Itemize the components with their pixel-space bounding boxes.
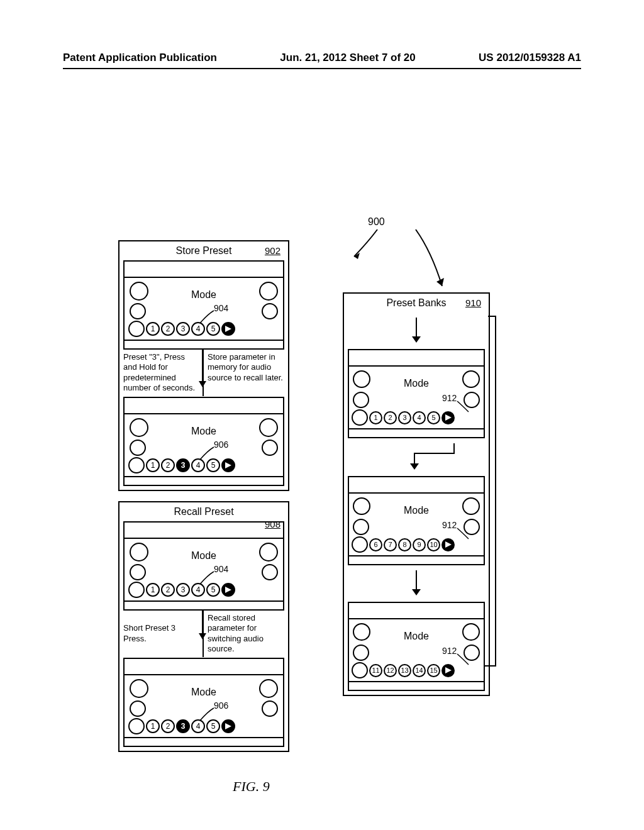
- preset-button[interactable]: 1: [146, 583, 160, 597]
- preset-button[interactable]: 1: [146, 719, 160, 733]
- preset-button[interactable]: 4: [413, 411, 426, 424]
- knob[interactable]: [128, 321, 145, 337]
- preset-button[interactable]: 8: [398, 538, 411, 551]
- ref-902: 902: [265, 245, 280, 256]
- mode-label: Mode: [349, 378, 484, 389]
- header-center: Jun. 21, 2012 Sheet 7 of 20: [280, 52, 415, 64]
- ref-912-c: 912: [442, 646, 457, 656]
- header-right: US 2012/0159328 A1: [479, 52, 581, 64]
- preset-banks-title: Preset Banks: [386, 297, 446, 308]
- preset-button[interactable]: 12: [384, 664, 397, 677]
- preset-button[interactable]: 3: [176, 322, 190, 336]
- preset-button[interactable]: 5: [206, 458, 220, 472]
- mode-label: Mode: [125, 426, 283, 437]
- preset-button[interactable]: 13: [398, 664, 411, 677]
- preset-button[interactable]: 5: [206, 583, 220, 597]
- preset-button[interactable]: 2: [161, 583, 175, 597]
- preset-button[interactable]: 11: [369, 664, 382, 677]
- knob[interactable]: [353, 645, 369, 661]
- next-bank-button[interactable]: [441, 538, 455, 551]
- preset-button[interactable]: 1: [146, 322, 160, 336]
- preset-button[interactable]: 14: [413, 664, 426, 677]
- store-between-left: Preset "3", Press and Hold for predeterm…: [123, 352, 204, 393]
- page-header: Patent Application Publication Jun. 21, …: [0, 52, 644, 73]
- next-bank-button[interactable]: [221, 583, 235, 597]
- header-left: Patent Application Publication: [63, 52, 217, 64]
- preset-button[interactable]: 1: [146, 458, 160, 472]
- preset-button[interactable]: 7: [384, 538, 397, 551]
- leader-arrow-right: [414, 226, 464, 296]
- store-preset-box: Store Preset 902 Mode 904: [118, 240, 289, 491]
- mode-label: Mode: [349, 505, 484, 516]
- next-bank-button[interactable]: [441, 664, 455, 677]
- preset-button[interactable]: 4: [191, 719, 205, 733]
- recall-preset-box: Recall Preset 908 Mode 904: [118, 501, 289, 752]
- preset-button[interactable]: 2: [161, 719, 175, 733]
- ref-910: 910: [465, 297, 481, 308]
- down-arrow-icon: [412, 318, 421, 343]
- ref-904-b: 904: [214, 564, 228, 574]
- knob[interactable]: [353, 519, 369, 535]
- preset-button[interactable]: 6: [369, 538, 382, 551]
- knob[interactable]: [128, 718, 145, 734]
- ref-906-b: 906: [214, 700, 228, 711]
- knob[interactable]: [352, 409, 368, 426]
- preset-button-active[interactable]: 3: [176, 458, 190, 472]
- preset-button[interactable]: 5: [427, 411, 440, 424]
- down-arrow-icon: [412, 570, 421, 595]
- down-arrow-icon: [199, 609, 206, 639]
- preset-button[interactable]: 4: [191, 583, 205, 597]
- preset-button[interactable]: 10: [427, 538, 440, 551]
- recall-preset-title: Recall Preset: [174, 506, 233, 517]
- down-arrow-icon: [199, 348, 206, 387]
- knob[interactable]: [262, 440, 278, 456]
- preset-button[interactable]: 3: [176, 583, 190, 597]
- next-bank-button[interactable]: [221, 458, 235, 472]
- knob[interactable]: [130, 700, 146, 717]
- ref-912-b: 912: [442, 520, 457, 530]
- preset-button[interactable]: 2: [161, 458, 175, 472]
- next-bank-button[interactable]: [221, 322, 235, 336]
- store-between: Preset "3", Press and Hold for predeterm…: [122, 350, 286, 397]
- recall-panel-2: Mode 906 1 2 3 4 5: [123, 658, 284, 747]
- preset-button-active[interactable]: 3: [176, 719, 190, 733]
- mode-label: Mode: [125, 687, 283, 698]
- recall-between: Short Preset 3 Press. Recall stored para…: [122, 611, 286, 658]
- store-panel-1: Mode 904 1 2 3 4 5: [123, 260, 284, 350]
- mode-label: Mode: [125, 550, 283, 562]
- preset-button[interactable]: 2: [384, 411, 397, 424]
- recall-panel-1: Mode 904 1 2 3 4 5: [123, 521, 284, 611]
- ref-904: 904: [214, 303, 228, 313]
- knob[interactable]: [262, 303, 278, 319]
- preset-button[interactable]: 3: [398, 411, 411, 424]
- figure-caption: FIG. 9: [233, 778, 270, 795]
- next-bank-button[interactable]: [221, 719, 235, 733]
- leader-arrow-left: [349, 226, 387, 264]
- preset-button[interactable]: 5: [206, 322, 220, 336]
- knob[interactable]: [128, 582, 145, 598]
- leader-line: [456, 653, 470, 666]
- preset-banks-box: Preset Banks 910: [343, 292, 490, 696]
- knob[interactable]: [352, 536, 368, 553]
- knob[interactable]: [353, 392, 369, 408]
- ref-912-a: 912: [442, 393, 457, 403]
- knob[interactable]: [130, 303, 146, 319]
- knob[interactable]: [128, 457, 145, 473]
- knob[interactable]: [130, 564, 146, 580]
- preset-button[interactable]: 9: [413, 538, 426, 551]
- knob[interactable]: [262, 564, 278, 580]
- preset-button[interactable]: 4: [191, 322, 205, 336]
- store-preset-title: Store Preset: [176, 245, 232, 256]
- knob[interactable]: [352, 662, 368, 678]
- preset-button[interactable]: 5: [206, 719, 220, 733]
- knob[interactable]: [262, 700, 278, 717]
- knob[interactable]: [130, 440, 146, 456]
- store-panel-2: Mode 906 1 2 3 4 5: [123, 397, 284, 486]
- preset-button[interactable]: 1: [369, 411, 382, 424]
- next-bank-button[interactable]: [441, 411, 455, 424]
- preset-button[interactable]: 2: [161, 322, 175, 336]
- preset-button[interactable]: 4: [191, 458, 205, 472]
- mode-label: Mode: [125, 289, 283, 301]
- store-between-right: Store parameter in memory for audio sour…: [204, 352, 284, 393]
- preset-button[interactable]: 15: [427, 664, 440, 677]
